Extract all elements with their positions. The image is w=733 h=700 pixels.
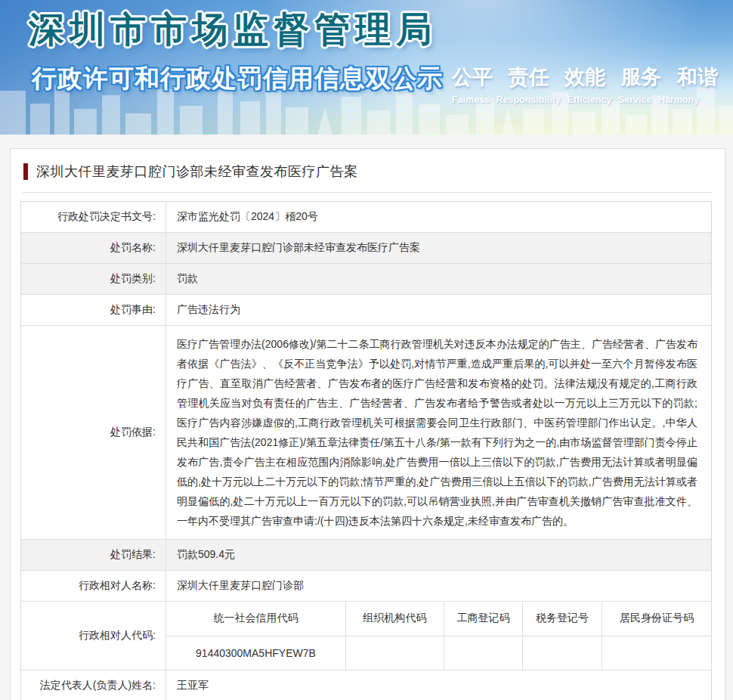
table-row-legal-representative: 法定代表人(负责人)姓名: 王亚军 — [21, 671, 711, 700]
table-row-penalty-name: 处罚名称: 深圳大仟里麦芽口腔门诊部未经审查发布医疗广告案 — [21, 233, 711, 264]
banner-subtitle: 行政许可和行政处罚信用信息双公示 — [32, 62, 443, 96]
row-value: 深市监光处罚〔2024〕稽20号 — [166, 202, 711, 232]
row-label: 处罚类别: — [21, 264, 166, 294]
table-row-penalty-basis: 处罚依据: 医疗广告管理办法(2006修改)/第二十二条工商行政管理机关对违反本… — [21, 326, 711, 540]
row-value: 深圳大仟里麦芽口腔门诊部未经审查发布医疗广告案 — [166, 233, 711, 263]
table-row-penalty-category: 处罚类别: 罚款 — [21, 264, 711, 295]
party-code-grid: 统一社会信用代码 91440300MA5HFYEW7B 组织机构代码 工商登记码… — [166, 602, 711, 670]
title-divider — [23, 192, 713, 193]
title-accent-bar — [23, 163, 28, 180]
code-value — [444, 637, 523, 671]
penalty-detail-table: 行政处罚决定书文号: 深市监光处罚〔2024〕稽20号 处罚名称: 深圳大仟里麦… — [20, 201, 712, 700]
row-label: 处罚结果: — [21, 540, 166, 570]
slogan-chinese: 公平 责任 效能 服务 和谐 — [452, 63, 713, 91]
code-header: 组织机构代码 — [346, 602, 444, 637]
row-value: 深圳大仟里麦芽口腔门诊部 — [166, 571, 711, 601]
code-col-tax: 税务登记号 — [523, 602, 602, 670]
content-panel: 深圳大仟里麦芽口腔门诊部未经审查发布医疗广告案 行政处罚决定书文号: 深市监光处… — [10, 148, 725, 700]
code-value — [346, 637, 444, 671]
code-value: 91440300MA5HFYEW7B — [166, 637, 345, 671]
row-label: 法定代表人(负责人)姓名: — [21, 671, 166, 700]
row-label: 处罚事由: — [21, 295, 166, 325]
code-header: 税务登记号 — [523, 602, 602, 637]
row-value: 王亚军 — [166, 671, 711, 700]
code-header: 统一社会信用代码 — [166, 602, 345, 637]
row-label: 行政相对人代码: — [21, 602, 166, 670]
agency-title: 深圳市市场监督管理局 — [29, 6, 437, 54]
row-label: 处罚名称: — [21, 233, 166, 263]
code-col-credit: 统一社会信用代码 91440300MA5HFYEW7B — [166, 602, 346, 670]
case-title-row: 深圳大仟里麦芽口腔门诊部未经审查发布医疗广告案 — [11, 149, 725, 192]
table-row-penalty-result: 处罚结果: 罚款509.4元 — [21, 540, 711, 571]
code-col-id-card: 居民身份证号码 — [602, 602, 711, 670]
table-row-decision-number: 行政处罚决定书文号: 深市监光处罚〔2024〕稽20号 — [21, 202, 711, 233]
row-value: 罚款509.4元 — [166, 540, 711, 570]
code-header: 居民身份证号码 — [602, 602, 711, 637]
table-row-party-codes: 行政相对人代码: 统一社会信用代码 91440300MA5HFYEW7B 组织机… — [21, 602, 711, 671]
code-col-org: 组织机构代码 — [346, 602, 444, 670]
page-title: 深圳大仟里麦芽口腔门诊部未经审查发布医疗广告案 — [36, 163, 358, 181]
code-header: 工商登记码 — [444, 602, 523, 637]
code-col-business: 工商登记码 — [444, 602, 524, 670]
slogan-english: Faimess Responsibility Efficiency Servic… — [452, 94, 713, 105]
code-value — [602, 637, 711, 671]
table-row-party-name: 行政相对人名称: 深圳大仟里麦芽口腔门诊部 — [21, 571, 711, 602]
row-label: 处罚依据: — [21, 326, 166, 539]
row-label: 行政相对人名称: — [21, 571, 166, 601]
row-value-legal-basis: 医疗广告管理办法(2006修改)/第二十二条工商行政管理机关对违反本办法规定的广… — [166, 326, 711, 539]
site-banner: 深圳市市场监督管理局 行政许可和行政处罚信用信息双公示 公平 责任 效能 服务 … — [0, 0, 733, 135]
banner-slogan: 公平 责任 效能 服务 和谐 Faimess Responsibility Ef… — [452, 63, 713, 105]
code-value — [523, 637, 602, 671]
row-value: 广告违法行为 — [166, 295, 711, 325]
row-value: 罚款 — [166, 264, 711, 294]
row-label: 行政处罚决定书文号: — [21, 202, 166, 232]
table-row-penalty-reason: 处罚事由: 广告违法行为 — [21, 295, 711, 326]
